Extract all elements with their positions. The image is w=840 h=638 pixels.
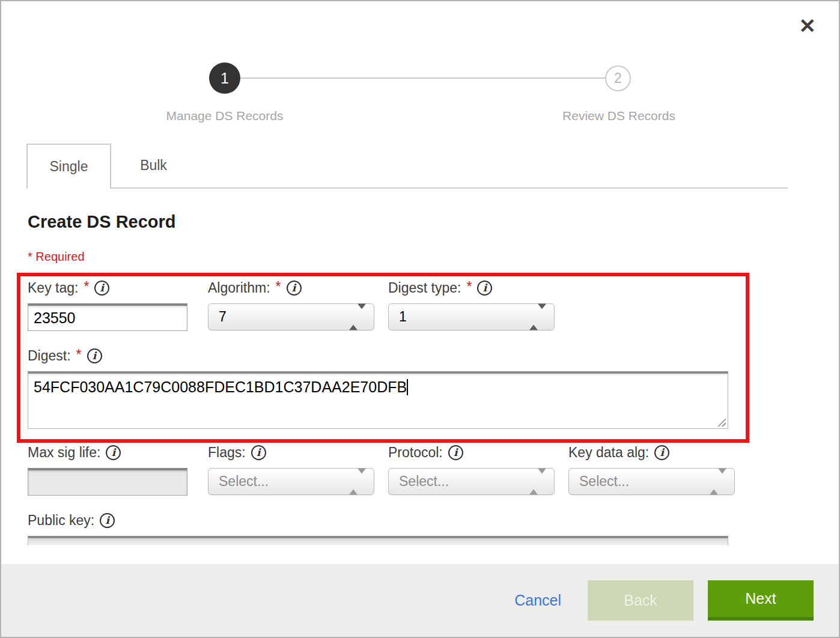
digest-required-asterisk: * xyxy=(76,347,82,363)
field-algorithm: Algorithm: * i 7 xyxy=(208,279,388,331)
field-digest-type: Digest type: * i 1 xyxy=(388,279,568,331)
step-2-label: Review DS Records xyxy=(469,109,769,123)
field-flags: Flags: i Select... xyxy=(208,444,388,496)
algorithm-required-asterisk: * xyxy=(276,279,281,295)
protocol-info-icon[interactable]: i xyxy=(448,445,463,460)
field-key-data-alg: Key data alg: i Select... xyxy=(568,444,749,496)
step-1-circle: 1 xyxy=(209,62,240,94)
select-spinner-icon xyxy=(710,473,726,490)
algorithm-select-value: 7 xyxy=(219,309,227,325)
step-2-circle: 2 xyxy=(605,65,631,91)
footer: Cancel Back Next xyxy=(1,564,839,637)
flags-select-value: Select... xyxy=(219,473,269,490)
row-key-tag-algorithm-digest-type: Key tag: * i Algorithm: * i 7 xyxy=(28,279,816,331)
field-public-key: Public key: i xyxy=(28,512,816,545)
public-key-label: Public key: xyxy=(28,512,94,529)
next-button[interactable]: Next xyxy=(708,580,814,621)
field-protocol: Protocol: i Select... xyxy=(388,444,568,496)
key-data-alg-label: Key data alg: xyxy=(568,445,649,461)
key-tag-input[interactable] xyxy=(28,303,187,331)
select-spinner-icon xyxy=(529,473,546,490)
tab-bar: Single Bulk xyxy=(26,144,788,189)
row-optional-fields: Max sig life: i Flags: i Select... Proto… xyxy=(28,444,816,496)
required-note: * Required xyxy=(28,250,816,264)
digest-type-info-icon[interactable]: i xyxy=(477,281,492,296)
digest-type-select[interactable]: 1 xyxy=(388,303,555,330)
digest-textarea[interactable]: 54FCF030AA1C79C0088FDEC1BD1C37DAA2E70DFB xyxy=(28,371,728,429)
protocol-select-value: Select... xyxy=(399,473,449,490)
flags-info-icon[interactable]: i xyxy=(251,445,266,460)
stepper: 1 2 Manage DS Records Review DS Records xyxy=(1,61,839,130)
tab-bulk[interactable]: Bulk xyxy=(111,144,196,187)
digest-type-required-asterisk: * xyxy=(466,279,472,295)
create-ds-record-modal: ✕ 1 2 Manage DS Records Review DS Record… xyxy=(0,0,840,638)
algorithm-select[interactable]: 7 xyxy=(208,303,374,330)
key-tag-label: Key tag: xyxy=(28,280,78,296)
step-1-label: Manage DS Records xyxy=(75,109,375,123)
page-title: Create DS Record xyxy=(28,212,816,232)
digest-info-icon[interactable]: i xyxy=(87,348,102,363)
algorithm-label: Algorithm: xyxy=(208,280,270,296)
form-area: Create DS Record * Required Key tag: * i… xyxy=(28,212,816,545)
row-public-key: Public key: i xyxy=(28,512,816,545)
stepper-connector-line xyxy=(239,77,607,79)
select-spinner-icon xyxy=(529,309,546,325)
protocol-label: Protocol: xyxy=(388,445,443,461)
digest-type-label: Digest type: xyxy=(388,280,461,296)
tab-single[interactable]: Single xyxy=(26,144,111,189)
flags-label: Flags: xyxy=(208,445,246,461)
field-key-tag: Key tag: * i xyxy=(28,279,208,331)
close-icon[interactable]: ✕ xyxy=(799,16,817,36)
select-spinner-icon xyxy=(349,309,366,325)
resize-handle-icon[interactable] xyxy=(717,418,726,427)
digest-label: Digest: xyxy=(28,348,71,364)
algorithm-info-icon[interactable]: i xyxy=(287,281,302,296)
public-key-info-icon[interactable]: i xyxy=(100,513,115,528)
key-data-alg-select-value: Select... xyxy=(579,473,629,490)
back-button[interactable]: Back xyxy=(588,580,693,621)
digest-type-select-value: 1 xyxy=(399,309,407,325)
flags-select[interactable]: Select... xyxy=(208,468,374,495)
max-sig-life-input[interactable] xyxy=(28,468,187,496)
select-spinner-icon xyxy=(349,473,366,490)
key-data-alg-select[interactable]: Select... xyxy=(568,468,735,495)
field-max-sig-life: Max sig life: i xyxy=(28,444,208,496)
key-tag-required-asterisk: * xyxy=(84,279,89,295)
max-sig-life-info-icon[interactable]: i xyxy=(106,445,121,460)
key-data-alg-info-icon[interactable]: i xyxy=(654,445,669,460)
digest-value: 54FCF030AA1C79C0088FDEC1BD1C37DAA2E70DFB xyxy=(34,378,407,395)
cancel-button[interactable]: Cancel xyxy=(514,592,561,609)
protocol-select[interactable]: Select... xyxy=(388,468,555,495)
field-digest: Digest: * i 54FCF030AA1C79C0088FDEC1BD1C… xyxy=(28,347,816,429)
public-key-textarea[interactable] xyxy=(28,536,728,545)
key-tag-info-icon[interactable]: i xyxy=(94,281,109,296)
row-digest: Digest: * i 54FCF030AA1C79C0088FDEC1BD1C… xyxy=(28,347,816,429)
text-caret xyxy=(407,379,408,395)
max-sig-life-label: Max sig life: xyxy=(28,445,100,461)
